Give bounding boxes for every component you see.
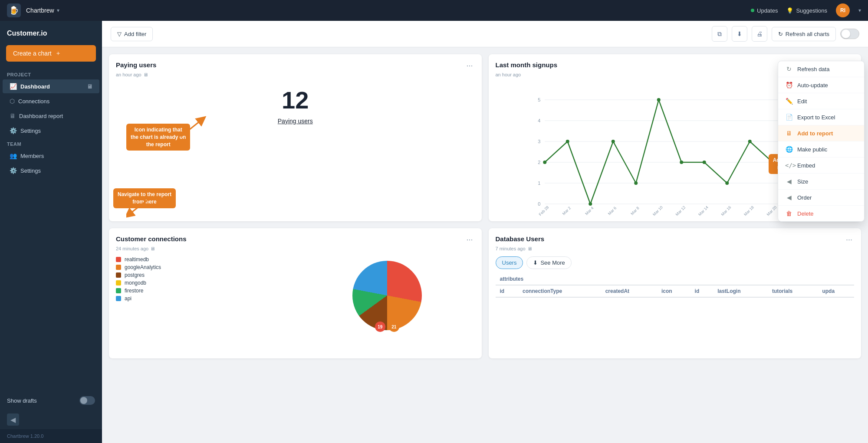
dropdown-export-excel[interactable]: 📄 Export to Excel (778, 109, 864, 125)
dropdown-edit[interactable]: ✏️ Edit (778, 93, 864, 109)
paying-users-header: Paying users ··· (116, 61, 475, 70)
col-upda: upda (818, 285, 854, 297)
col-icon: icon (657, 285, 690, 297)
size-chevron-icon: ◀ (785, 178, 793, 185)
database-users-title: Database Users (496, 235, 545, 243)
auto-update-icon: ⏰ (785, 82, 793, 89)
dropdown-make-public[interactable]: 🌐 Make public (778, 141, 864, 158)
db-table: attributes id connectionType createdAt i… (496, 273, 855, 298)
svg-text:Mar 14: Mar 14 (697, 205, 709, 217)
col-createdat: createdAt (601, 285, 657, 297)
dropdown-menu: ↻ Refresh data ⏰ Auto-update ✏️ Edit 📄 E… (778, 61, 865, 222)
make-public-icon: 🌐 (785, 146, 793, 153)
legend-item: postgres (116, 272, 291, 278)
dropdown-refresh-data[interactable]: ↻ Refresh data (778, 61, 864, 77)
customer-connections-card: Customer connections ··· 24 minutes ago … (109, 228, 482, 358)
sidebar-item-label: Dashboard report (19, 113, 63, 119)
db-tabs: Users ⬇ See More (496, 256, 855, 269)
add-filter-button[interactable]: ▽ Add filter (111, 27, 153, 41)
suggestions-link[interactable]: 💡 Suggestions (786, 7, 827, 14)
navbar: 🍺 Chartbrew ▾ Updates 💡 Suggestions RI ▾ (0, 0, 868, 21)
dropdown-embed[interactable]: </> Embed (778, 158, 864, 174)
sidebar-item-dashboard[interactable]: 📈 Dashboard 🖥 (3, 79, 99, 93)
svg-point-14 (543, 161, 546, 164)
copy-icon-button[interactable]: ⧉ (712, 26, 727, 42)
paying-users-menu-button[interactable]: ··· (464, 61, 474, 70)
sidebar-item-label: Settings (20, 128, 41, 134)
dropdown-auto-update[interactable]: ⏰ Auto-update (778, 77, 864, 93)
customer-connections-title: Customer connections (116, 235, 187, 243)
legend-list: realtimedb googleAnalytics postgres (116, 256, 291, 302)
svg-point-23 (748, 140, 751, 143)
sidebar-collapse-button[interactable]: ◀ (7, 413, 19, 426)
sidebar-item-label: Settings (20, 167, 41, 174)
col-lastlogin: lastLogin (713, 285, 768, 297)
app-logo[interactable]: 🍺 (7, 3, 21, 17)
avatar-chevron: ▾ (858, 7, 861, 13)
dropdown-size[interactable]: ◀ Size (778, 174, 864, 190)
connections-icon: ⬡ (10, 98, 15, 105)
customer-connections-menu-button[interactable]: ··· (464, 235, 474, 244)
annotation-navigate: Navigate to the reportfrom here (113, 188, 176, 208)
show-drafts-label: Show drafts (7, 397, 37, 404)
create-chart-button[interactable]: Create a chart ＋ (6, 45, 96, 62)
svg-text:Mar 4: Mar 4 (584, 206, 594, 216)
customer-connections-header: Customer connections ··· (116, 235, 475, 244)
last-month-title: Last month signups (496, 61, 558, 69)
svg-text:Mar 6: Mar 6 (607, 206, 617, 216)
report-icon: 🖥 (10, 112, 16, 119)
dropdown-delete[interactable]: 🗑 Delete (778, 206, 864, 221)
members-icon: 👥 (10, 152, 17, 159)
annotation-on-report: Icon indicating thatthe chart is already… (126, 124, 190, 151)
pie-badges: 19 21 (375, 322, 399, 332)
toggle-knob (80, 397, 87, 404)
avatar[interactable]: RI (836, 3, 850, 17)
paying-users-timestamp: an hour ago 🖥 (116, 72, 475, 77)
svg-text:2: 2 (538, 160, 540, 165)
order-chevron-icon: ◀ (785, 194, 793, 201)
updates-link[interactable]: Updates (751, 7, 778, 14)
print-icon-button[interactable]: 🖨 (752, 26, 767, 42)
col-connectiontype: connectionType (518, 285, 601, 297)
sidebar-item-dashboard-report[interactable]: 🖥 Dashboard report (3, 109, 99, 123)
database-users-timestamp: 7 minutes ago 🖥 (496, 246, 855, 251)
settings-icon: ⚙️ (10, 127, 17, 134)
database-users-header: Database Users ··· (496, 235, 855, 244)
download-icon-button[interactable]: ⬇ (732, 26, 747, 42)
col-id: id (496, 285, 519, 297)
sidebar-item-settings[interactable]: ⚙️ Settings (3, 124, 99, 138)
customer-connections-timestamp: 24 minutes ago 🖥 (116, 246, 475, 251)
sidebar-item-connections[interactable]: ⬡ Connections (3, 94, 99, 108)
dropdown-add-to-report[interactable]: 🖥 Add to report (778, 125, 864, 141)
svg-text:Mar 8: Mar 8 (630, 206, 640, 216)
svg-text:Mar 16: Mar 16 (720, 205, 732, 217)
refresh-all-button[interactable]: ↻ Refresh all charts (772, 27, 836, 41)
database-users-menu-button[interactable]: ··· (844, 235, 854, 244)
show-drafts-toggle[interactable] (79, 396, 95, 405)
legend-dot-mongodb (116, 280, 121, 285)
db-tab-users[interactable]: Users (496, 256, 523, 269)
svg-point-22 (725, 181, 729, 185)
col-id2: id (690, 285, 713, 297)
app-tab[interactable]: Chartbrew ▾ (26, 7, 59, 14)
table-header-row: attributes (496, 273, 855, 285)
dropdown-order[interactable]: ◀ Order (778, 190, 864, 206)
pie-badge-2: 21 (389, 322, 399, 332)
pie-badge-1: 19 (375, 322, 385, 332)
see-more-button[interactable]: ⬇ See More (526, 256, 571, 269)
pie-chart (352, 261, 422, 330)
legend-item: api (116, 295, 291, 302)
sidebar-item-members[interactable]: 👥 Members (3, 149, 99, 163)
legend-dot-postgres (116, 272, 121, 278)
legend-item: googleAnalytics (116, 264, 291, 270)
sidebar-item-label: Connections (18, 98, 49, 105)
delete-icon: 🗑 (785, 210, 793, 217)
updates-dot (751, 9, 754, 12)
db-table-container[interactable]: attributes id connectionType createdAt i… (496, 273, 855, 298)
sidebar-item-team-settings[interactable]: ⚙️ Settings (3, 164, 99, 177)
col-tutorials: tutorials (768, 285, 818, 297)
col-attributes: attributes (496, 273, 855, 285)
auto-refresh-toggle[interactable] (840, 29, 859, 39)
download-icon: ⬇ (533, 259, 538, 266)
embed-icon: </> (785, 162, 793, 169)
